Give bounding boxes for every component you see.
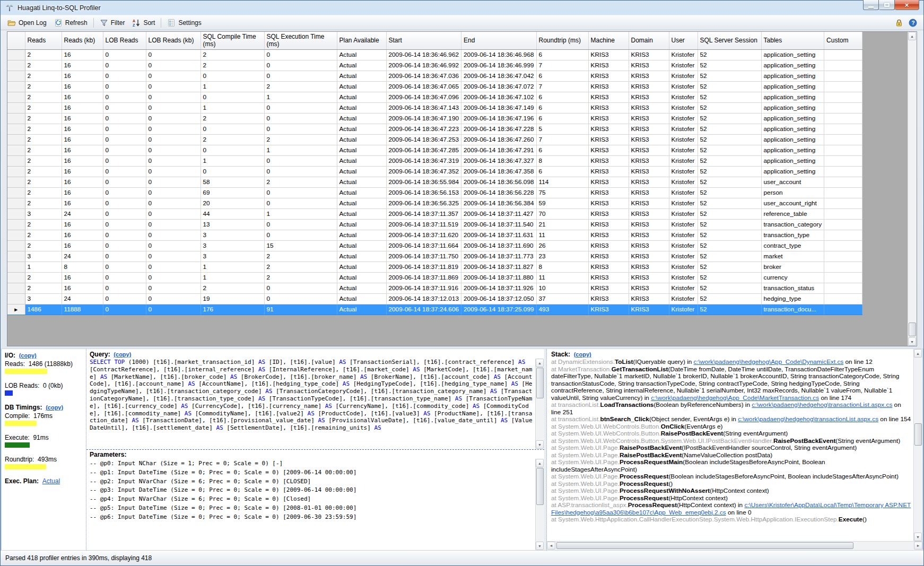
cell[interactable]: 0 — [103, 124, 146, 134]
cell[interactable]: 2009-06-14 18:36:47.042 — [461, 71, 537, 81]
cell[interactable]: 26 — [536, 240, 588, 251]
cell[interactable]: 0 — [103, 240, 146, 251]
parameters-scroll-thumb[interactable] — [536, 468, 544, 505]
cell[interactable]: 11 — [536, 272, 588, 283]
row-header[interactable] — [7, 208, 25, 219]
cell[interactable]: 2 — [25, 102, 62, 113]
cell[interactable]: 2009-06-14 18:36:47.223 — [386, 124, 461, 134]
cell[interactable]: KRIS3 — [588, 272, 629, 283]
cell[interactable]: 0 — [103, 155, 146, 166]
table-row[interactable]: 2160010Actual2009-06-14 18:36:47.3192009… — [7, 155, 862, 166]
table-row[interactable]: 21600690Actual2009-06-14 18:36:56.153200… — [7, 187, 862, 198]
grid-corner-cell[interactable] — [7, 32, 25, 49]
cell[interactable]: KRIS3 — [629, 208, 669, 219]
cell[interactable]: KRIS3 — [629, 81, 669, 92]
cell[interactable]: 2009-06-14 18:36:55.984 — [386, 177, 461, 187]
cell[interactable]: KRIS3 — [588, 198, 629, 208]
cell[interactable]: 16 — [62, 219, 103, 230]
cell[interactable]: KRIS3 — [629, 102, 669, 113]
cell[interactable]: 2 — [25, 155, 62, 166]
cell[interactable]: KRIS3 — [629, 272, 669, 283]
cell[interactable]: 2009-06-14 18:36:47.190 — [386, 113, 461, 124]
cell[interactable]: 2009-06-14 18:37:11.690 — [461, 240, 537, 251]
table-row[interactable]: 2160012Actual2009-06-14 18:36:47.0652009… — [7, 81, 862, 92]
cell[interactable]: Kristofer — [669, 230, 698, 240]
cell[interactable]: 1486 — [25, 304, 62, 315]
cell[interactable]: KRIS3 — [588, 60, 629, 71]
db-timings-copy-link[interactable]: (copy) — [46, 404, 63, 411]
cell[interactable]: 0 — [146, 92, 201, 102]
column-header[interactable]: SQL Compile Time (ms) — [201, 32, 264, 49]
table-row[interactable]: 2160020Actual2009-06-14 18:36:46.9622009… — [7, 49, 862, 60]
cell[interactable]: 24 — [62, 208, 103, 219]
cell[interactable]: 2009-06-14 18:37:11.664 — [386, 240, 461, 251]
cell[interactable]: 16 — [62, 49, 103, 60]
cell[interactable]: 70 — [536, 208, 588, 219]
row-header[interactable] — [7, 283, 25, 293]
cell[interactable]: 16 — [62, 177, 103, 187]
cell[interactable]: 16 — [62, 166, 103, 177]
query-scroll-thumb[interactable] — [536, 368, 544, 398]
cell[interactable]: 6 — [536, 71, 588, 81]
cell[interactable]: KRIS3 — [588, 71, 629, 81]
cell[interactable]: 2 — [25, 145, 62, 155]
cell[interactable]: Kristofer — [669, 81, 698, 92]
row-header[interactable] — [7, 92, 25, 102]
table-row[interactable]: 2160000Actual2009-06-14 18:36:47.3522009… — [7, 166, 862, 177]
cell[interactable]: Actual — [337, 219, 386, 230]
cell[interactable]: 0 — [146, 283, 201, 293]
cell[interactable]: Actual — [337, 251, 386, 262]
cell[interactable]: application_setting — [761, 124, 824, 134]
cell[interactable]: 2009-06-14 18:36:47.096 — [386, 92, 461, 102]
cell[interactable]: Actual — [337, 166, 386, 177]
cell[interactable]: 0 — [103, 208, 146, 219]
cell[interactable]: 52 — [698, 283, 761, 293]
row-header[interactable] — [7, 272, 25, 283]
cell[interactable]: 6 — [536, 166, 588, 177]
cell[interactable]: KRIS3 — [588, 208, 629, 219]
cell[interactable]: 2009-06-14 18:36:47.102 — [461, 92, 537, 102]
cell[interactable]: 0 — [103, 187, 146, 198]
cell[interactable]: 8 — [536, 262, 588, 272]
cell[interactable]: 2 — [201, 283, 264, 293]
column-header[interactable]: Custom — [824, 32, 862, 49]
cell[interactable]: 52 — [698, 166, 761, 177]
row-header[interactable] — [7, 187, 25, 198]
cell[interactable]: Kristofer — [669, 166, 698, 177]
cell[interactable]: 16 — [62, 134, 103, 145]
cell[interactable]: KRIS3 — [588, 113, 629, 124]
cell[interactable]: 0 — [146, 60, 201, 71]
cell[interactable]: Kristofer — [669, 155, 698, 166]
cell[interactable]: 2 — [201, 113, 264, 124]
cell[interactable]: 2 — [201, 60, 264, 71]
column-header[interactable]: Plan Available — [337, 32, 386, 49]
cell[interactable]: 16 — [62, 60, 103, 71]
table-row[interactable]: 2160010Actual2009-06-14 18:36:47.1432009… — [7, 102, 862, 113]
cell[interactable]: 0 — [201, 124, 264, 134]
row-header[interactable] — [7, 293, 25, 304]
cell[interactable]: 15 — [264, 240, 337, 251]
cell[interactable]: Kristofer — [669, 262, 698, 272]
cell[interactable]: KRIS3 — [588, 81, 629, 92]
cell[interactable]: KRIS3 — [629, 113, 669, 124]
cell[interactable]: Kristofer — [669, 113, 698, 124]
cell[interactable]: 0 — [201, 71, 264, 81]
cell[interactable]: 2009-06-14 18:37:24.606 — [386, 304, 461, 315]
cell[interactable]: 52 — [698, 240, 761, 251]
cell[interactable]: 69 — [201, 187, 264, 198]
cell[interactable]: 52 — [698, 124, 761, 134]
grid-vertical-scrollbar[interactable]: ▲ ▼ — [908, 32, 917, 346]
cell[interactable]: Actual — [337, 187, 386, 198]
cell[interactable]: 1 — [201, 81, 264, 92]
row-header[interactable] — [7, 262, 25, 272]
cell[interactable]: 0 — [103, 134, 146, 145]
table-row[interactable]: 2160020Actual2009-06-14 18:36:46.9922009… — [7, 60, 862, 71]
cell[interactable]: 0 — [146, 124, 201, 134]
cell[interactable]: 2009-06-14 18:37:11.869 — [386, 272, 461, 283]
cell[interactable]: KRIS3 — [629, 283, 669, 293]
cell[interactable]: 2009-06-14 18:37:11.916 — [386, 283, 461, 293]
cell[interactable]: 3 — [201, 240, 264, 251]
cell[interactable]: 6 — [536, 102, 588, 113]
cell[interactable]: 0 — [264, 283, 337, 293]
cell[interactable] — [824, 134, 862, 145]
